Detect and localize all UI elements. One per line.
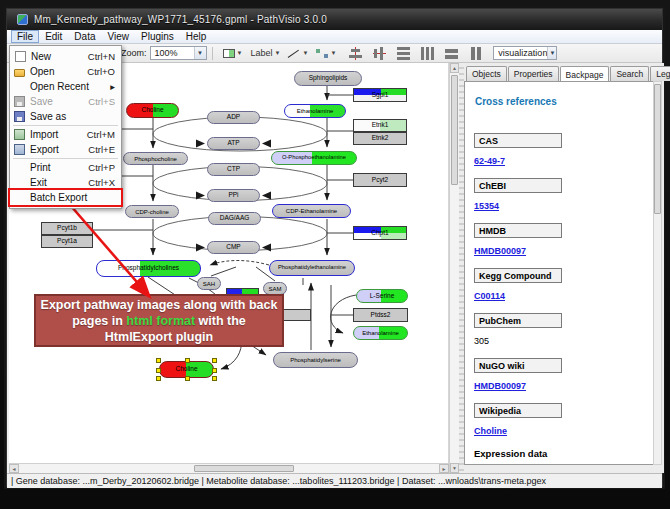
node-ppi[interactable]: PPi [207,189,260,202]
expression-data-heading: Expression data [474,448,656,459]
menu-file[interactable]: File [11,30,39,43]
file-menu-item-import[interactable]: ImportCtrl+M [10,127,121,142]
xref-link[interactable]: C00114 [474,291,656,301]
node-phosphocholine[interactable]: Phosphocholine [123,152,188,165]
xref-link[interactable]: HMDB00097 [474,246,656,256]
node-ptdss2[interactable]: Ptdss2 [353,308,408,322]
xref-value: 305 [474,336,656,346]
selection-handle[interactable] [212,376,217,381]
tab-legend[interactable]: Legend [650,66,670,81]
new-label-button[interactable]: Label ▼ [247,46,283,61]
node-sgpl1[interactable]: Sgpl1 [353,88,407,102]
xref-link[interactable]: HMDB00097 [474,381,656,391]
panel-scrollbar[interactable] [653,81,662,465]
menu-item-label: Export [30,144,88,155]
visualization-combobox[interactable]: visualization ▼ [493,46,557,60]
selection-handle[interactable] [156,358,161,363]
node-phosphatidylcholines[interactable]: Phosphatidylcholines [96,260,201,277]
distribute-horizontal-icon[interactable] [396,47,411,60]
node-etnk2[interactable]: Etnk2 [353,132,407,145]
selection-handle[interactable] [156,368,161,373]
node-dag[interactable]: DAG/AAG [208,212,261,225]
align-center-x-icon[interactable] [348,47,363,60]
title-bar[interactable]: Mm_Kennedy_pathway_WP1771_45176.gpml - P… [7,9,662,30]
node-choline-top[interactable]: Choline [126,103,179,118]
node-phosphatidylserine[interactable]: Phosphatidylserine [273,352,358,368]
file-menu-item-open[interactable]: OpenCtrl+O [10,64,121,79]
file-menu-item-batch-export[interactable]: Batch Export [10,190,121,205]
scroll-up-icon[interactable]: ▲ [450,63,459,73]
chevron-down-icon[interactable]: ▼ [275,50,281,56]
canvas-horizontal-scrollbar[interactable]: ◄ ► [9,463,449,473]
node-sah[interactable]: SAH [197,277,221,290]
file-menu-item-exit[interactable]: ExitCtrl+X [10,175,121,190]
common-width-icon[interactable] [444,47,459,60]
file-menu-item-save-as[interactable]: Save as [10,109,121,124]
node-pisd[interactable] [281,309,311,321]
tab-properties[interactable]: Properties [508,66,559,81]
scroll-left-icon[interactable]: ◄ [9,464,19,473]
chevron-down-icon[interactable]: ▼ [330,50,336,56]
chevron-down-icon[interactable]: ▼ [237,50,243,56]
new-connector-button[interactable]: ▼ [313,46,339,61]
node-sphingolipids[interactable]: Sphingolipids [294,71,362,86]
scroll-right-icon[interactable]: ► [439,464,449,473]
xref-link[interactable]: 15354 [474,201,656,211]
selection-handle[interactable] [185,358,190,363]
menu-item-label: Open [30,66,87,77]
selection-handle[interactable] [212,358,217,363]
menu-edit[interactable]: Edit [39,30,68,43]
pathvisio-window: Mm_Kennedy_pathway_WP1771_45176.gpml - P… [6,8,663,487]
menu-item-label: Import [30,129,87,140]
file-menu-item-open-recent[interactable]: Open Recent▸ [10,79,121,94]
menu-bar: FileEditDataViewPluginsHelp [7,30,662,44]
node-adp[interactable]: ADP [207,111,260,124]
new-line-button[interactable]: ▼ [285,46,311,61]
scrollbar-thumb[interactable] [451,75,458,185]
node-ethanolamine-top[interactable]: Ethanolamine [284,104,346,118]
node-atp[interactable]: ATP [207,137,260,150]
menu-help[interactable]: Help [180,30,213,43]
node-cdp-ethanolamine[interactable]: CDP-Ethanolamine [272,204,351,218]
chevron-down-icon[interactable]: ▼ [547,47,556,59]
node-ethanolamine-bottom[interactable]: Ethanolamine [353,326,408,340]
zoom-combobox[interactable]: 100% ▼ [150,46,207,60]
annotation-line3: HtmlExport plugin [105,329,213,345]
menu-view[interactable]: View [101,30,135,43]
menu-data[interactable]: Data [68,30,101,43]
align-center-y-icon[interactable] [372,47,387,60]
scrollbar-thumb[interactable] [654,84,661,214]
tab-search[interactable]: Search [610,66,649,81]
node-pcyt1a[interactable]: Pcyt1a [41,235,93,248]
selection-handle[interactable] [185,376,190,381]
node-pcyt1b[interactable]: Pcyt1b [41,222,93,235]
common-height-icon[interactable] [468,47,483,60]
selection-handle[interactable] [212,368,217,373]
tab-objects[interactable]: Objects [466,66,507,81]
node-l-serine[interactable]: L-Serine [356,289,408,303]
node-cmp[interactable]: CMP [207,241,260,254]
distribute-vertical-icon[interactable] [420,47,435,60]
new-datanode-button[interactable]: ▼ [220,46,246,61]
node-cdp-choline[interactable]: CDP-choline [125,205,179,218]
xref-link[interactable]: 62-49-7 [474,156,656,166]
chevron-down-icon[interactable]: ▼ [194,47,206,59]
canvas-vertical-scrollbar[interactable]: ▲ ▼ [449,63,459,473]
node-chpt1[interactable]: Chpt1 [353,226,407,240]
node-ctp[interactable]: CTP [207,163,260,176]
tab-backpage[interactable]: Backpage [560,66,610,82]
chevron-down-icon[interactable]: ▼ [302,50,308,56]
node-o-phosphoethanolamine[interactable]: O-Phosphoethanolamine [271,151,357,165]
file-menu-item-export[interactable]: ExportCtrl+E [10,142,121,157]
selection-handle[interactable] [156,376,161,381]
scroll-down-icon[interactable]: ▼ [450,463,459,473]
node-etnk1[interactable]: Etnk1 [353,119,407,132]
scrollbar-thumb[interactable] [194,465,294,472]
node-phosphatidylethanolamine[interactable]: Phosphatidylethanolamine [269,260,355,276]
xref-link[interactable]: Choline [474,426,656,436]
file-menu-item-print[interactable]: PrintCtrl+P [10,160,121,175]
node-pcyt2[interactable]: Pcyt2 [353,173,407,187]
menu-plugins[interactable]: Plugins [135,30,180,43]
file-menu-item-save[interactable]: SaveCtrl+S [10,94,121,109]
file-menu-item-new[interactable]: NewCtrl+N [10,49,121,64]
